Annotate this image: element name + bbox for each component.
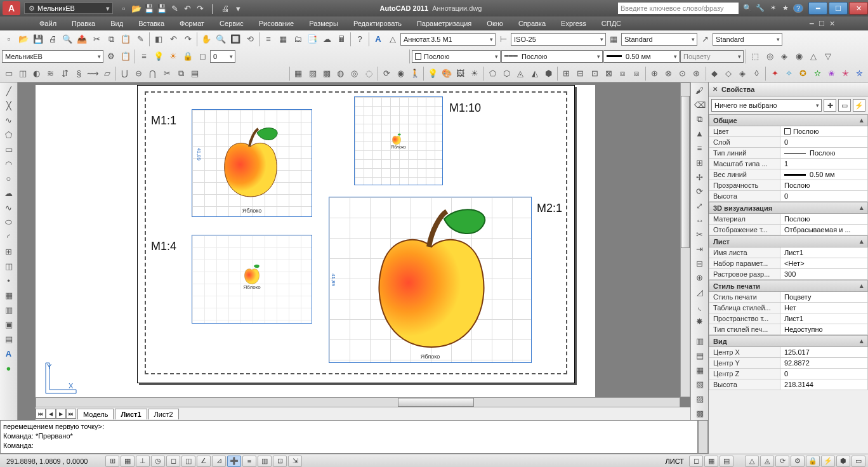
tab-prev-button[interactable]: ◀ bbox=[46, 409, 56, 419]
d3-icon[interactable]: ◈ bbox=[736, 67, 749, 81]
hw-button[interactable]: ⚡ bbox=[821, 456, 835, 467]
menu-spds[interactable]: СПДС bbox=[594, 20, 629, 27]
mleader-icon[interactable]: ↗ bbox=[698, 32, 712, 46]
maximize-button[interactable]: ☐ bbox=[829, 2, 848, 15]
close-button[interactable]: ✕ bbox=[849, 2, 868, 15]
quickselect-icon[interactable]: ⚡ bbox=[853, 99, 865, 112]
ducs-button[interactable]: ⊿ bbox=[212, 456, 226, 467]
textstyle-icon[interactable]: A bbox=[371, 32, 385, 46]
p2-icon[interactable]: ▤ bbox=[693, 349, 707, 363]
prop-value[interactable]: 218.3144 bbox=[780, 379, 867, 390]
slice-icon[interactable]: ✂ bbox=[161, 67, 174, 81]
zoom-icon[interactable]: 🔍 bbox=[214, 32, 228, 46]
prop-row[interactable]: Центр X125.017 bbox=[709, 347, 868, 358]
prop-row[interactable]: Вес линий0.50 мм bbox=[709, 169, 868, 180]
p3-icon[interactable]: ▦ bbox=[693, 363, 707, 377]
join-icon[interactable]: ⊕ bbox=[693, 271, 707, 285]
match-icon[interactable]: ✎ bbox=[133, 32, 147, 46]
properties-title[interactable]: Свойства bbox=[709, 82, 868, 96]
wheel-icon[interactable]: ◉ bbox=[394, 67, 407, 81]
v2-icon[interactable]: ⊟ bbox=[574, 67, 587, 81]
sweep-icon[interactable]: ⟿ bbox=[86, 67, 100, 81]
prop-value[interactable]: 0 bbox=[780, 137, 867, 147]
props-icon[interactable]: ≡ bbox=[261, 32, 275, 46]
mdi-min-button[interactable]: ━ bbox=[807, 19, 816, 28]
view2-icon[interactable]: ✧ bbox=[782, 67, 796, 81]
toggle-pickadd-icon[interactable]: ✚ bbox=[824, 99, 836, 112]
tb-lock-button[interactable]: 🔒 bbox=[806, 456, 820, 467]
sectplane-icon[interactable]: ▤ bbox=[188, 67, 202, 81]
box-icon[interactable]: ▭ bbox=[2, 67, 15, 81]
polygon-icon[interactable]: ⬠ bbox=[2, 128, 16, 141]
anno-icon[interactable]: △ bbox=[386, 32, 400, 46]
key-icon[interactable]: 🔧 bbox=[755, 4, 765, 13]
prop-value[interactable]: Послою bbox=[780, 214, 867, 224]
selection-combo[interactable]: Ничего не выбрано bbox=[711, 99, 822, 112]
ann-scale-button[interactable]: △ bbox=[745, 456, 759, 467]
rotate-icon[interactable]: ⟳ bbox=[693, 185, 707, 199]
snap-button[interactable]: ⊞ bbox=[105, 456, 119, 467]
v1-icon[interactable]: ⊞ bbox=[560, 67, 573, 81]
d1-icon[interactable]: ◆ bbox=[708, 67, 721, 81]
rect-icon[interactable]: ▭ bbox=[2, 142, 16, 156]
view1-icon[interactable]: ✦ bbox=[768, 67, 782, 81]
markup-icon[interactable]: ☁ bbox=[320, 32, 334, 46]
menu-file[interactable]: Файл bbox=[32, 20, 64, 27]
trim-icon[interactable]: ✂ bbox=[693, 228, 707, 242]
qv2-button[interactable]: ▤ bbox=[720, 456, 733, 467]
prop-row[interactable]: Отображение т...Отбрасываемая и ... bbox=[709, 225, 868, 235]
move-icon[interactable]: ✢ bbox=[693, 170, 707, 184]
xline-icon[interactable]: ╳ bbox=[2, 98, 16, 112]
revolve-icon[interactable]: ◐ bbox=[30, 67, 43, 81]
qat-more-icon[interactable]: ▾ bbox=[232, 3, 244, 14]
view5-icon[interactable]: ✬ bbox=[825, 67, 838, 81]
new-icon[interactable]: ▫ bbox=[118, 3, 129, 14]
select-objects-icon[interactable]: ▭ bbox=[838, 99, 851, 112]
pline-icon[interactable]: ∿ bbox=[2, 113, 16, 127]
arc-icon[interactable]: ◠ bbox=[2, 157, 16, 171]
horizontal-scrollbar[interactable] bbox=[36, 397, 680, 407]
prop-row[interactable]: Растровое разр...300 bbox=[709, 269, 868, 280]
paste-icon[interactable]: 📋 bbox=[119, 32, 133, 46]
star-icon[interactable]: ★ bbox=[780, 4, 791, 13]
x-icon[interactable]: ⊗ bbox=[662, 67, 675, 81]
viewport-2[interactable]: Яблоко bbox=[354, 96, 443, 185]
app-logo[interactable]: A bbox=[3, 1, 20, 15]
undo-icon[interactable]: ↶ bbox=[166, 32, 180, 46]
point-icon[interactable]: • bbox=[2, 273, 16, 287]
ucs2-icon[interactable]: ◎ bbox=[763, 49, 777, 63]
fillet-icon[interactable]: ◟ bbox=[693, 300, 707, 314]
render-icon[interactable]: 🖼 bbox=[454, 67, 467, 81]
spline-icon[interactable]: ∿ bbox=[2, 201, 16, 214]
realistic-icon[interactable]: ▩ bbox=[320, 67, 333, 81]
dyn-button[interactable]: ➕ bbox=[227, 456, 241, 467]
ucs3-icon[interactable]: ◈ bbox=[777, 49, 791, 63]
ucs1-icon[interactable]: ⬚ bbox=[748, 49, 762, 63]
sc-button[interactable]: ⇲ bbox=[288, 456, 302, 467]
light-icon[interactable]: 💡 bbox=[426, 67, 439, 81]
saveas-icon[interactable]: 💾 bbox=[156, 3, 168, 14]
dim-icon[interactable]: ⊢ bbox=[496, 32, 510, 46]
viewport-1[interactable]: Яблоко 41,89 bbox=[192, 109, 312, 217]
iso-button[interactable]: ⬢ bbox=[836, 456, 850, 467]
textstyle-combo[interactable]: Аннотат.3.5 М1 bbox=[400, 33, 496, 46]
insert-icon[interactable]: ⊞ bbox=[2, 244, 16, 258]
prop-row[interactable]: ПрозрачностьПослою bbox=[709, 180, 868, 191]
intersect-icon[interactable]: ⋂ bbox=[146, 67, 159, 81]
redo-icon[interactable]: ↷ bbox=[194, 3, 206, 14]
menu-modify[interactable]: Редактировать bbox=[346, 20, 409, 27]
subtract-icon[interactable]: ⊖ bbox=[132, 67, 145, 81]
revcloud-icon[interactable]: ☁ bbox=[2, 186, 16, 200]
view6-icon[interactable]: ✭ bbox=[839, 67, 852, 81]
layer-props-icon[interactable]: ⚙ bbox=[104, 49, 118, 63]
union-icon[interactable]: ⋃ bbox=[118, 67, 131, 81]
v3-icon[interactable]: ⊡ bbox=[588, 67, 601, 81]
mtext-icon[interactable]: A bbox=[2, 346, 16, 360]
p5-icon[interactable]: ▨ bbox=[693, 392, 707, 406]
prop-row[interactable]: Центр Y92.8872 bbox=[709, 358, 868, 369]
prop-row[interactable]: Имя листаЛист1 bbox=[709, 247, 868, 258]
sun-icon[interactable]: ☀ bbox=[166, 49, 180, 63]
command-scrollbar[interactable] bbox=[698, 420, 708, 454]
prop-value[interactable]: Поцвету bbox=[780, 292, 867, 302]
ucs5-icon[interactable]: △ bbox=[806, 49, 820, 63]
